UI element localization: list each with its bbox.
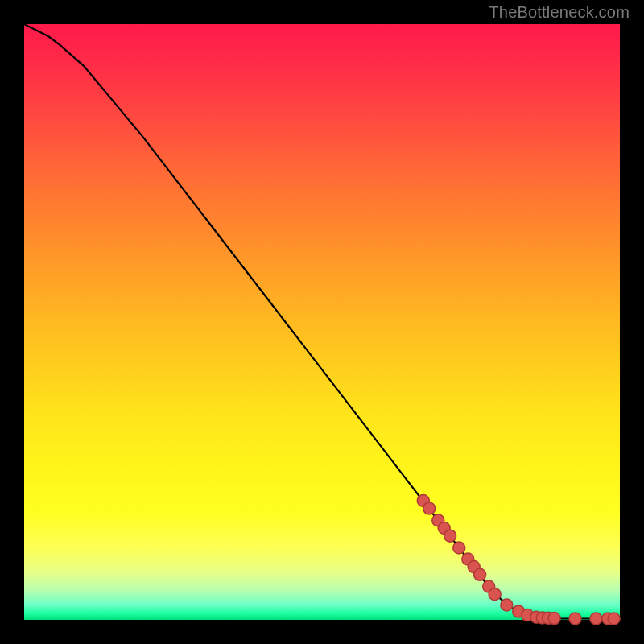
chart-marker: [474, 568, 486, 580]
chart-marker: [453, 542, 465, 554]
chart-marker: [423, 502, 436, 514]
chart-svg: [24, 24, 620, 620]
chart-plot-area: [24, 24, 620, 620]
chart-marker: [569, 613, 581, 625]
chart-marker: [608, 613, 620, 625]
chart-curve: [24, 24, 620, 619]
chart-marker: [548, 613, 560, 625]
chart-markers: [417, 495, 620, 625]
chart-marker: [590, 613, 602, 625]
chart-marker: [489, 588, 501, 601]
chart-marker: [501, 599, 513, 611]
chart-marker: [444, 530, 456, 542]
attribution-text: TheBottleneck.com: [489, 3, 630, 22]
